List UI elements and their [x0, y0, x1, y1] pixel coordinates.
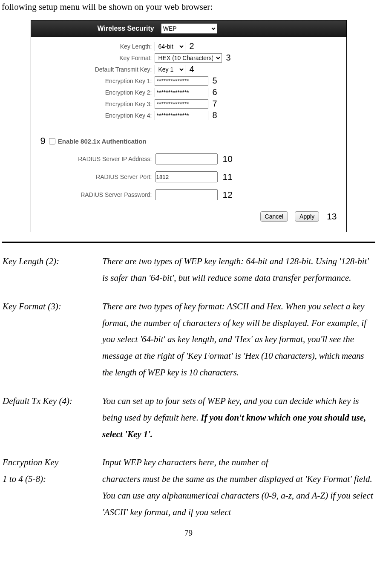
key-length-label: Key Length:: [31, 43, 152, 50]
separator: [2, 242, 375, 243]
def-default-tx-body: You can set up to four sets of WEP key, …: [102, 393, 374, 443]
radius-port-row: RADIUS Server Port: 11: [31, 168, 346, 186]
key-format-label: Key Format:: [31, 55, 152, 61]
annotation-12: 12: [223, 190, 233, 200]
annotation-8: 8: [213, 110, 217, 120]
enable-8021x-row: 9 Enable 802.1x Authentication: [31, 121, 346, 150]
definitions: Key Length (2): There are two types of W…: [3, 253, 374, 521]
radius-pwd-input[interactable]: [155, 189, 218, 200]
radius-pwd-row: RADIUS Server Password: 12: [31, 186, 346, 204]
default-tx-row: Default Transmit Key: Key 1 4: [31, 63, 346, 75]
radius-pwd-label: RADIUS Server Password:: [31, 191, 152, 198]
radius-ip-input[interactable]: [155, 153, 218, 164]
annotation-4: 4: [190, 64, 194, 74]
cancel-button[interactable]: Cancel: [260, 211, 288, 222]
key-length-select[interactable]: 64-bit: [155, 42, 185, 51]
wep-form-area: Key Length: 64-bit 2 Key Format: HEX (10…: [31, 37, 346, 232]
enc-key-2-row: Encryption Key 2: 6: [31, 86, 346, 98]
enc-key-1-input[interactable]: [155, 76, 208, 86]
def-default-tx: Default Tx Key (4): You can set up to fo…: [3, 393, 374, 443]
apply-button[interactable]: Apply: [295, 211, 319, 222]
radius-ip-row: RADIUS Server IP Address: 10: [31, 150, 346, 168]
def-key-format-body: There are two types of key format: ASCII…: [102, 298, 374, 381]
enc-key-3-input[interactable]: [155, 99, 208, 109]
enable-8021x-checkbox[interactable]: [49, 138, 55, 144]
def-key-format: Key Format (3): There are two types of k…: [3, 298, 374, 381]
enc-key-2-label: Encryption Key 2:: [31, 89, 152, 96]
def-enc-key-body: Input WEP key characters here, the numbe…: [102, 454, 374, 520]
default-tx-select[interactable]: Key 1: [155, 65, 185, 74]
def-default-tx-term: Default Tx Key (4):: [3, 393, 102, 443]
enc-key-3-row: Encryption Key 3: 7: [31, 98, 346, 110]
def-key-length: Key Length (2): There are two types of W…: [3, 253, 374, 286]
button-row: Cancel Apply 13: [31, 204, 346, 228]
annotation-9: 9: [40, 135, 46, 147]
key-format-row: Key Format: HEX (10 Characters) 3: [31, 52, 346, 63]
key-format-select[interactable]: HEX (10 Characters): [155, 53, 222, 63]
enc-key-4-input[interactable]: [155, 111, 208, 120]
enc-key-1-label: Encryption Key 1:: [31, 78, 152, 84]
annotation-13: 13: [327, 211, 337, 222]
key-length-row: Key Length: 64-bit 2: [31, 40, 346, 52]
radius-port-input[interactable]: [155, 171, 218, 182]
annotation-7: 7: [213, 99, 217, 109]
annotation-2: 2: [190, 41, 194, 51]
annotation-11: 11: [223, 172, 233, 182]
annotation-5: 5: [213, 76, 217, 86]
title-bar: Wireless Security WEP: [31, 20, 346, 37]
title-label: Wireless Security: [98, 25, 154, 32]
annotation-3: 3: [226, 53, 231, 63]
enc-key-3-label: Encryption Key 3:: [31, 101, 152, 107]
annotation-6: 6: [213, 87, 217, 97]
enable-8021x-label: Enable 802.1x Authentication: [58, 138, 147, 145]
default-tx-label: Default Transmit Key:: [31, 66, 152, 73]
def-key-length-body: There are two types of WEP key length: 6…: [102, 253, 374, 286]
annotation-10: 10: [223, 154, 233, 164]
def-key-length-term: Key Length (2):: [3, 253, 102, 286]
def-enc-key: Encryption Key 1 to 4 (5-8): Input WEP k…: [3, 454, 374, 520]
def-enc-key-term: Encryption Key 1 to 4 (5-8):: [3, 454, 102, 520]
page-number: 79: [0, 528, 377, 538]
router-screenshot: Wireless Security WEP Key Length: 64-bit…: [31, 20, 347, 232]
enc-key-4-row: Encryption Key 4: 8: [31, 110, 346, 121]
enc-key-4-label: Encryption Key 4:: [31, 112, 152, 119]
radius-ip-label: RADIUS Server IP Address:: [31, 156, 152, 162]
enc-key-2-input[interactable]: [155, 88, 208, 97]
radius-port-label: RADIUS Server Port:: [31, 173, 152, 180]
def-key-format-term: Key Format (3):: [3, 298, 102, 381]
intro-text: following setup menu will be shown on yo…: [2, 2, 375, 12]
enc-key-1-row: Encryption Key 1: 5: [31, 75, 346, 86]
wireless-security-select[interactable]: WEP: [161, 23, 217, 34]
